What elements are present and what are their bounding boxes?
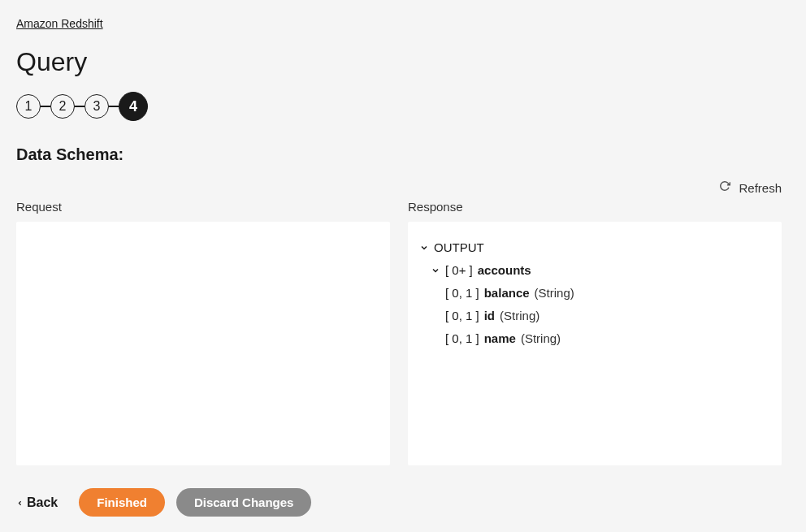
tree-field-balance[interactable]: [ 0, 1 ] balance (String): [419, 282, 770, 305]
tree-node-accounts[interactable]: [ 0+ ] accounts: [419, 259, 770, 282]
chevron-left-icon: [16, 495, 24, 510]
tree-field-name[interactable]: [ 0, 1 ] name (String): [419, 327, 770, 350]
request-panel[interactable]: [16, 222, 390, 465]
step-4[interactable]: 4: [119, 92, 148, 121]
discard-changes-button[interactable]: Discard Changes: [176, 488, 312, 517]
refresh-label: Refresh: [739, 181, 782, 195]
field-cardinality: [ 0, 1 ]: [445, 329, 479, 348]
field-name: balance: [484, 283, 530, 303]
refresh-button[interactable]: Refresh: [16, 180, 782, 195]
refresh-icon: [719, 180, 730, 195]
field-name: id: [484, 306, 495, 326]
step-1[interactable]: 1: [16, 94, 41, 119]
step-3[interactable]: 3: [84, 94, 109, 119]
page-title: Query: [16, 47, 782, 77]
step-connector: [75, 106, 84, 107]
back-button[interactable]: Back: [16, 495, 58, 510]
field-type: (String): [521, 329, 561, 348]
field-type: (String): [500, 306, 540, 326]
chevron-down-icon[interactable]: [419, 243, 429, 253]
field-name: name: [484, 329, 516, 348]
node-cardinality: [ 0+ ]: [445, 261, 473, 280]
field-type: (String): [535, 283, 574, 303]
response-panel-label: Response: [408, 200, 782, 214]
field-cardinality: [ 0, 1 ]: [445, 283, 479, 303]
request-panel-label: Request: [16, 200, 390, 214]
back-label: Back: [27, 495, 58, 510]
chevron-down-icon[interactable]: [431, 266, 440, 275]
node-name: accounts: [478, 261, 531, 280]
field-cardinality: [ 0, 1 ]: [445, 306, 479, 326]
tree-root[interactable]: OUTPUT: [419, 236, 770, 259]
finished-button[interactable]: Finished: [79, 488, 165, 517]
step-connector: [109, 106, 119, 107]
section-label-data-schema: Data Schema:: [16, 145, 782, 164]
response-panel: OUTPUT [ 0+ ] accounts [ 0, 1 ] balance …: [408, 222, 782, 465]
tree-root-label: OUTPUT: [434, 238, 484, 257]
breadcrumb[interactable]: Amazon Redshift: [16, 17, 103, 30]
step-2[interactable]: 2: [50, 94, 75, 119]
tree-field-id[interactable]: [ 0, 1 ] id (String): [419, 305, 770, 327]
step-connector: [41, 106, 50, 107]
stepper: 1 2 3 4: [16, 92, 782, 121]
